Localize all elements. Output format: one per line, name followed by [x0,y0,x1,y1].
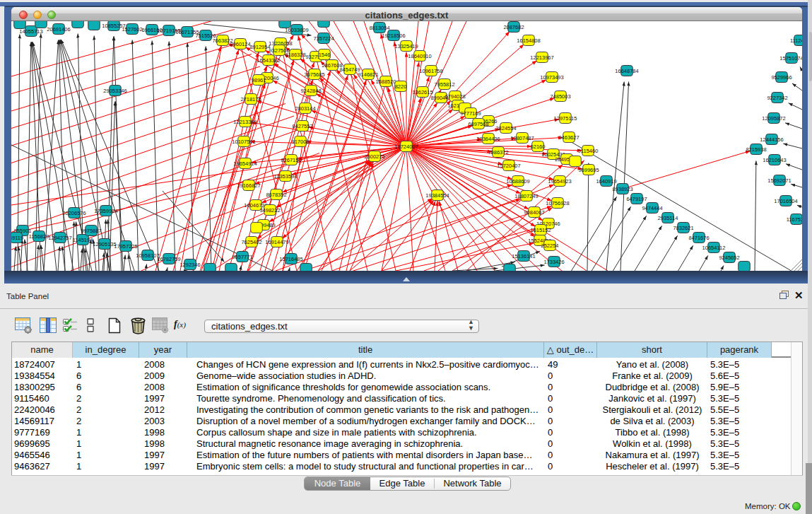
svg-text:1588520: 1588520 [375,78,396,85]
svg-text:1112483: 1112483 [790,37,802,44]
svg-text:3498222: 3498222 [259,207,280,214]
svg-text:2718176: 2718176 [240,96,261,103]
svg-text:9227342: 9227342 [767,95,787,101]
svg-text:12213369: 12213369 [233,119,257,125]
svg-text:15716485: 15716485 [279,256,302,262]
svg-text:62160: 62160 [531,144,546,150]
svg-text:12975115: 12975115 [554,115,577,122]
svg-text:2300275: 2300275 [364,153,384,160]
svg-text:6897568: 6897568 [468,121,488,127]
svg-text:9777169: 9777169 [460,110,481,117]
svg-text:11353594: 11353594 [274,173,298,180]
svg-text:8215938: 8215938 [746,146,766,153]
svg-text:9529966: 9529966 [771,74,792,81]
svg-text:917008: 917008 [291,139,309,145]
svg-text:8938923: 8938923 [612,186,632,192]
svg-text:19654923: 19654923 [548,178,571,185]
svg-text:12095872: 12095872 [762,115,785,122]
svg-text:7357224: 7357224 [313,35,334,42]
svg-text:19384554: 19384554 [425,192,449,199]
svg-text:2935114: 2935114 [658,215,678,221]
svg-text:19218506: 19218506 [382,33,405,39]
svg-text:20364436: 20364436 [476,136,500,142]
svg-text:16543382: 16543382 [257,57,280,64]
svg-text:16782759: 16782759 [157,256,180,262]
svg-text:15720407: 15720407 [497,163,520,169]
svg-text:252254: 252254 [541,243,558,249]
svg-text:6479197: 6479197 [626,196,647,202]
svg-text:7955812: 7955812 [434,81,454,88]
svg-text:9115460: 9115460 [578,148,599,154]
svg-text:10756928: 10756928 [546,200,569,206]
svg-text:98961: 98961 [252,77,266,83]
svg-text:8186328: 8186328 [285,52,305,58]
svg-text:10107501: 10107501 [232,139,255,145]
svg-text:9657771: 9657771 [232,254,252,260]
svg-text:10807487: 10807487 [510,135,534,141]
svg-text:18724007: 18724007 [394,144,418,150]
svg-text:9146821: 9146821 [358,71,378,78]
svg-text:16154808: 16154808 [517,37,540,44]
svg-text:1546: 1546 [319,52,331,58]
svg-text:2803144: 2803144 [295,105,315,112]
svg-text:10958107: 10958107 [136,252,159,259]
svg-text:7986372: 7986372 [488,149,508,156]
svg-text:1615152: 1615152 [530,227,551,233]
svg-text:14055713: 14055713 [19,28,42,35]
svg-text:18807249: 18807249 [514,193,538,199]
svg-text:16033809: 16033809 [285,27,308,33]
svg-text:18640910: 18640910 [408,53,431,59]
svg-text:19166827: 19166827 [237,182,260,189]
svg-text:10973493: 10973493 [540,74,563,81]
svg-text:3675685: 3675685 [304,71,324,78]
svg-text:8813054: 8813054 [369,25,389,31]
svg-text:2087682: 2087682 [503,24,524,30]
svg-text:7485003: 7485003 [550,93,570,100]
svg-text:9975887: 9975887 [81,228,101,234]
svg-text:9699695: 9699695 [578,167,599,173]
svg-text:8471676: 8471676 [688,235,709,241]
svg-text:10961758: 10961758 [419,68,442,74]
svg-text:15692071: 15692071 [767,177,791,184]
svg-text:19654914: 19654914 [233,160,257,167]
svg-text:8678352: 8678352 [266,192,286,198]
svg-text:1292346: 1292346 [180,262,200,268]
svg-text:12444156: 12444156 [760,136,783,143]
svg-text:17957225: 17957225 [114,243,137,250]
svg-text:1145194: 1145194 [73,237,93,243]
svg-text:10654112: 10654112 [702,245,726,251]
svg-text:29053346: 29053346 [103,88,126,94]
svg-text:8267150: 8267150 [281,157,301,163]
svg-text:16914479: 16914479 [265,239,288,245]
svg-text:15751074: 15751074 [779,55,802,62]
svg-text:10688609: 10688609 [506,178,529,185]
svg-text:1640919: 1640919 [596,178,616,185]
svg-text:9242848: 9242848 [300,88,321,94]
svg-text:9474444: 9474444 [642,205,662,211]
svg-text:12905135: 12905135 [93,241,116,247]
svg-text:17016504: 17016504 [774,198,797,204]
svg-text:3824554: 3824554 [495,125,516,132]
svg-text:7625402: 7625402 [241,239,261,245]
svg-text:1527602: 1527602 [122,26,142,33]
svg-text:1167533: 1167533 [787,216,802,223]
svg-text:13325419: 13325419 [394,43,418,49]
svg-text:20206576: 20206576 [62,210,86,216]
svg-text:20691406: 20691406 [47,26,70,33]
svg-text:9463627: 9463627 [558,134,579,141]
svg-text:12942757: 12942757 [48,235,71,241]
svg-text:16648784: 16648784 [615,68,638,74]
svg-text:1362615: 1362615 [412,89,433,95]
svg-text:15136141: 15136141 [512,253,535,259]
svg-text:39119: 39119 [11,235,23,241]
svg-text:8427552: 8427552 [292,123,312,129]
svg-text:1156829: 1156829 [29,233,49,240]
svg-text:9245652: 9245652 [719,255,739,261]
svg-text:17359924: 17359924 [94,208,117,214]
svg-text:8454749: 8454749 [339,66,360,73]
svg-text:6794028: 6794028 [445,93,465,100]
svg-text:16210643: 16210643 [763,157,786,163]
svg-text:8960124: 8960124 [230,41,250,47]
svg-text:8912954: 8912954 [249,44,270,50]
svg-text:1733426: 1733426 [543,259,564,265]
